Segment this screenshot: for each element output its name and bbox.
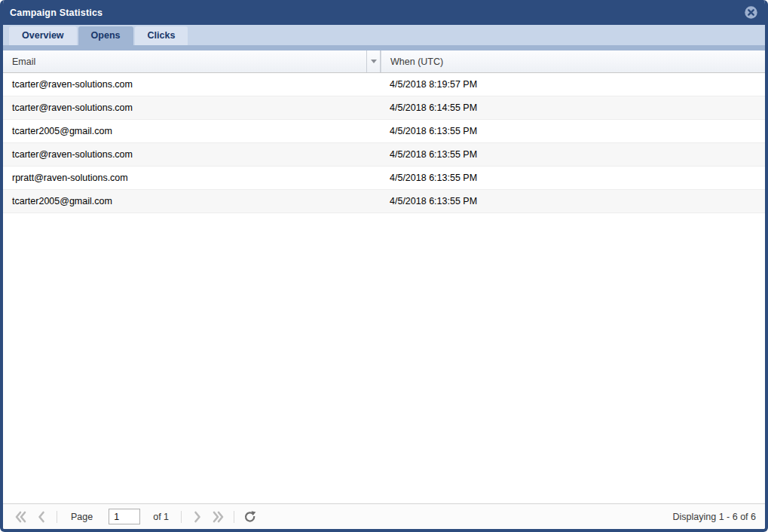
table-row[interactable]: rpratt@raven-solutions.com4/5/2018 6:13:…: [3, 167, 765, 190]
grid-body: tcarter@raven-solutions.com4/5/2018 8:19…: [3, 73, 765, 503]
dialog-title: Campaign Statistics: [10, 8, 103, 18]
display-status: Displaying 1 - 6 of 6: [673, 512, 756, 522]
cell-email: tcarter@raven-solutions.com: [3, 149, 381, 160]
cell-email: rpratt@raven-solutions.com: [3, 173, 381, 183]
toolbar-separator: [234, 511, 234, 523]
cell-when: 4/5/2018 8:19:57 PM: [381, 79, 765, 90]
cell-when: 4/5/2018 6:13:55 PM: [381, 126, 765, 136]
cell-email: tcarter@raven-solutions.com: [3, 79, 381, 90]
tab-overview[interactable]: Overview: [9, 26, 77, 45]
tab-clicks[interactable]: Clicks: [135, 26, 188, 45]
next-page-button[interactable]: [191, 509, 204, 525]
last-page-button[interactable]: [211, 509, 225, 525]
cell-when: 4/5/2018 6:13:55 PM: [381, 149, 765, 160]
tab-opens[interactable]: Opens: [78, 26, 133, 45]
cell-when: 4/5/2018 6:14:55 PM: [381, 102, 765, 113]
paging-toolbar: Page of 1: [3, 503, 765, 529]
first-page-button[interactable]: [14, 509, 27, 525]
column-menu-trigger[interactable]: [366, 50, 381, 72]
page-label: Page: [71, 512, 93, 522]
column-header-when[interactable]: When (UTC): [381, 50, 765, 72]
paging-controls: Page of 1: [14, 509, 257, 525]
tab-strip: [3, 45, 765, 50]
table-row[interactable]: tcarter2005@gmail.com4/5/2018 6:13:55 PM: [3, 190, 765, 213]
column-header-when-label: When (UTC): [390, 57, 443, 67]
table-row[interactable]: tcarter@raven-solutions.com4/5/2018 8:19…: [3, 73, 765, 96]
page-of-label: of 1: [153, 512, 169, 522]
prev-page-button[interactable]: [34, 509, 47, 525]
campaign-statistics-dialog: Campaign Statistics OverviewOpensClicks …: [0, 0, 768, 532]
cell-when: 4/5/2018 6:13:55 PM: [381, 173, 765, 183]
refresh-icon[interactable]: [243, 509, 257, 525]
cell-email: tcarter2005@gmail.com: [3, 196, 381, 206]
cell-email: tcarter@raven-solutions.com: [3, 102, 381, 113]
table-row[interactable]: tcarter@raven-solutions.com4/5/2018 6:14…: [3, 96, 765, 120]
toolbar-separator: [57, 511, 57, 523]
column-header-email-label: Email: [12, 57, 35, 67]
cell-email: tcarter2005@gmail.com: [3, 126, 381, 136]
toolbar-separator: [181, 511, 182, 523]
cell-when: 4/5/2018 6:13:55 PM: [381, 196, 765, 206]
grid-header: Email When (UTC): [3, 50, 765, 73]
table-row[interactable]: tcarter2005@gmail.com4/5/2018 6:13:55 PM: [3, 120, 765, 143]
close-icon[interactable]: [743, 5, 758, 20]
dialog-titlebar[interactable]: Campaign Statistics: [2, 0, 766, 25]
column-header-email[interactable]: Email: [3, 50, 366, 72]
tab-bar: OverviewOpensClicks: [3, 25, 765, 45]
table-row[interactable]: tcarter@raven-solutions.com4/5/2018 6:13…: [3, 143, 765, 167]
chevron-down-icon: [371, 60, 377, 63]
page-number-input[interactable]: [109, 509, 140, 524]
